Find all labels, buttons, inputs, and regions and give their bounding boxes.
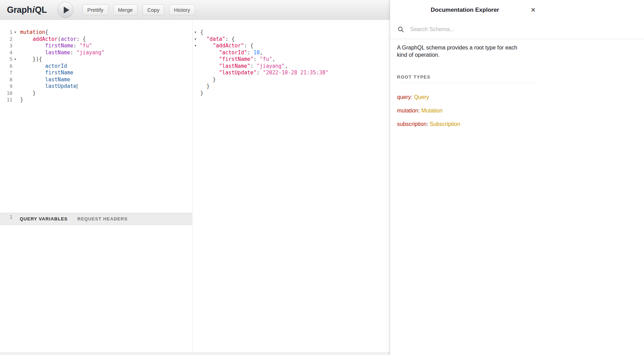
line-number: 11 [0, 97, 12, 103]
line-number: 7 [0, 70, 12, 76]
root-type-keyword: query [397, 94, 411, 100]
code-text: actorId [18, 63, 67, 70]
fold-arrow-icon[interactable]: ▾ [193, 36, 198, 43]
result-code-line: "lastUpdate": "2022-10-28 21:35:38" [193, 70, 390, 76]
fold-gutter [12, 49, 18, 56]
fold-gutter [12, 83, 18, 90]
line-number: 4 [0, 49, 12, 56]
documentation-explorer-panel: Documentation Explorer ✕ A GraphQL schem… [390, 0, 644, 355]
history-button[interactable]: History [169, 4, 195, 15]
code-text: { [198, 29, 203, 36]
query-code-line[interactable]: 10 } [0, 90, 192, 97]
result-code-line: } [193, 83, 390, 90]
code-text: "firstName": "fu", [198, 56, 275, 63]
logo-text-post: QL [35, 5, 47, 15]
mutation-type-link[interactable]: Mutation [421, 108, 442, 113]
query-code-line[interactable]: 6 actorId [0, 63, 192, 70]
result-code-line: "actorId": 10, [193, 49, 390, 56]
fold-gutter [12, 76, 18, 83]
code-text: "lastName": "jiayang", [198, 63, 288, 70]
horizontal-scrollbar[interactable] [0, 352, 390, 355]
fold-arrow-icon[interactable]: ▾ [12, 56, 18, 63]
fold-gutter [193, 76, 198, 83]
query-code-line[interactable]: 7 firstName [0, 70, 192, 76]
close-icon[interactable]: ✕ [529, 6, 538, 15]
root-type-keyword: subscription [397, 121, 426, 127]
code-text: firstName [18, 70, 73, 76]
code-text [18, 214, 20, 221]
result-viewer-pane: ▾{▾ "data": {▾ "addActor": { "actorId": … [193, 20, 390, 355]
query-type-link[interactable]: Query [414, 94, 429, 100]
root-types-list: query: Query mutation: Mutation subscrip… [397, 94, 644, 128]
code-text: "actorId": 10, [198, 49, 263, 56]
fold-gutter [12, 70, 18, 76]
code-text: mutation{ [18, 29, 48, 36]
subscription-type-link[interactable]: Subscription [430, 121, 460, 127]
doc-explorer-body: A GraphQL schema provides a root type fo… [390, 39, 644, 128]
query-code-line[interactable]: 1▾mutation{ [0, 29, 192, 36]
code-text: firstName: "fu" [18, 43, 92, 49]
line-number: 3 [0, 43, 12, 49]
query-code-line[interactable]: 2 addActor(actor: { [0, 36, 192, 43]
code-text: } [198, 90, 203, 97]
line-number: 10 [0, 90, 12, 97]
result-viewer-code: ▾{▾ "data": {▾ "addActor": { "actorId": … [193, 29, 390, 97]
query-editor-code[interactable]: 1▾mutation{2 addActor(actor: {3 firstNam… [0, 29, 192, 103]
code-text: lastName: "jiayang" [18, 49, 105, 56]
result-code-line: ▾{ [193, 29, 390, 36]
fold-gutter [12, 43, 18, 49]
search-schema-input[interactable] [410, 26, 521, 33]
root-type-subscription: subscription: Subscription [397, 121, 644, 128]
result-code-line: } [193, 76, 390, 83]
line-number: 1 [0, 214, 12, 221]
copy-button[interactable]: Copy [142, 4, 164, 15]
toolbar-buttons: Prettify Merge Copy History [82, 4, 195, 15]
query-code-line[interactable]: 4 lastName: "jiayang" [0, 49, 192, 56]
query-code-line[interactable]: 8 lastName [0, 76, 192, 83]
code-text: } [18, 97, 23, 103]
line-number: 9 [0, 83, 12, 90]
logo-text-i: i [32, 5, 35, 15]
line-number: 2 [0, 36, 12, 43]
line-number: 6 [0, 63, 12, 70]
play-icon [64, 7, 69, 13]
code-text: addActor(actor: { [18, 36, 86, 43]
top-toolbar: GraphiQL Prettify Merge Copy History [0, 0, 390, 20]
doc-search-row [390, 20, 644, 39]
code-text: "addActor": { [198, 43, 254, 49]
query-code-line[interactable]: 3 firstName: "fu" [0, 43, 192, 49]
query-code-line[interactable]: 9 lastUpdate [0, 83, 192, 90]
fold-arrow-icon[interactable]: ▾ [193, 29, 198, 36]
fold-gutter [12, 63, 18, 70]
query-code-line[interactable]: 5▾ }){ [0, 56, 192, 63]
query-code-line[interactable]: 11} [0, 97, 192, 103]
root-type-keyword: mutation [397, 108, 418, 113]
code-text: } [198, 83, 210, 90]
root-type-separator: : [418, 108, 421, 113]
fold-gutter [12, 90, 18, 97]
root-type-mutation: mutation: Mutation [397, 107, 644, 114]
logo-text-pre: Graph [7, 5, 32, 15]
result-code-line: ▾ "data": { [193, 36, 390, 43]
fold-arrow-icon[interactable]: ▾ [12, 29, 18, 36]
code-text: "data": { [198, 36, 235, 43]
fold-gutter [193, 56, 198, 63]
query-editor-pane: 1▾mutation{2 addActor(actor: {3 firstNam… [0, 20, 193, 355]
merge-button[interactable]: Merge [113, 4, 138, 15]
code-text: } [18, 90, 36, 97]
fold-arrow-icon[interactable]: ▾ [193, 43, 198, 49]
code-text: }){ [18, 56, 42, 63]
query-variables-editor[interactable]: 1 [0, 214, 192, 221]
root-type-query: query: Query [397, 94, 644, 101]
text-cursor [77, 84, 78, 89]
search-icon [398, 26, 404, 33]
code-text: lastUpdate [18, 83, 77, 90]
schema-description: A GraphQL schema provides a root type fo… [397, 44, 529, 58]
result-code-line: "lastName": "jiayang", [193, 63, 390, 70]
execute-query-button[interactable] [58, 2, 73, 18]
variables-code-line[interactable]: 1 [0, 214, 192, 221]
code-text: lastName [18, 76, 70, 83]
line-number: 1 [0, 29, 12, 36]
prettify-button[interactable]: Prettify [82, 4, 108, 15]
fold-gutter [12, 36, 18, 43]
